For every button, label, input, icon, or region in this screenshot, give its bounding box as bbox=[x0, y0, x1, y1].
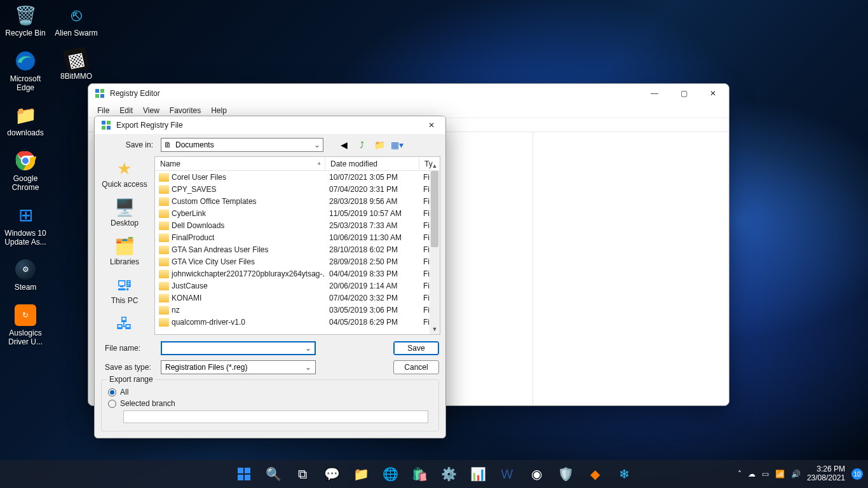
new-folder-button[interactable]: 📁 bbox=[373, 139, 386, 151]
export-range-all[interactable]: All bbox=[108, 388, 432, 396]
file-list-header[interactable]: Name Date modified Ty bbox=[155, 157, 440, 171]
export-registry-dialog[interactable]: Export Registry File ✕ Save in: 🗎 Docume… bbox=[94, 116, 446, 438]
table-row[interactable]: JustCause20/06/2019 1:14 AMFil bbox=[155, 280, 440, 292]
place-libraries[interactable]: 🗂️Libraries bbox=[110, 236, 139, 266]
close-button[interactable]: ✕ bbox=[698, 84, 728, 103]
taskbar-clock[interactable]: 3:26 PM 23/08/2021 bbox=[807, 465, 845, 483]
table-row[interactable]: CyberLink11/05/2019 10:57 AMFil bbox=[155, 207, 440, 219]
table-row[interactable]: Corel User Files10/07/2021 3:05 PMFil bbox=[155, 171, 440, 183]
export-title: Export Registry File bbox=[116, 121, 419, 130]
export-range-legend: Export range bbox=[107, 375, 156, 384]
table-row[interactable]: Dell Downloads25/03/2018 7:33 AMFil bbox=[155, 219, 440, 231]
system-tray[interactable]: ˄ ☁ ▭ 📶 🔊 3:26 PM 23/08/2021 10 bbox=[738, 465, 863, 483]
cancel-button[interactable]: Cancel bbox=[393, 360, 439, 374]
battery-icon[interactable]: ▭ bbox=[762, 470, 769, 478]
regedit-values-pane[interactable] bbox=[533, 132, 729, 405]
back-button[interactable]: ◀ bbox=[337, 139, 350, 151]
table-row[interactable]: GTA San Andreas User Files28/10/2018 6:0… bbox=[155, 243, 440, 255]
cell-name: KONAMI bbox=[155, 294, 325, 302]
view-menu-button[interactable]: ▦▾ bbox=[391, 139, 403, 151]
column-date-modified[interactable]: Date modified bbox=[325, 158, 419, 170]
menu-view[interactable]: View bbox=[138, 105, 165, 116]
cell-name: GTA San Andreas User Files bbox=[155, 245, 325, 254]
table-row[interactable]: Custom Office Templates28/03/2018 9:56 A… bbox=[155, 195, 440, 207]
start-button[interactable] bbox=[232, 462, 256, 486]
desktop-icon-downloads[interactable]: 📁 downloads bbox=[3, 102, 48, 138]
desktop-icon-recycle-bin[interactable]: 🗑️ Recycle Bin bbox=[3, 3, 48, 38]
menu-edit[interactable]: Edit bbox=[114, 105, 138, 116]
taskbar[interactable]: 🔍 ⧉ 💬 📁 🌐 🛍️ ⚙️ 📊 W ◉ 🛡️ ◆ ❄ ˄ ☁ ▭ 📶 🔊 3… bbox=[0, 460, 868, 488]
chat-button[interactable]: 💬 bbox=[320, 462, 344, 486]
security-button[interactable]: 🛡️ bbox=[553, 462, 578, 486]
place-quick-access[interactable]: ★Quick access bbox=[102, 159, 147, 189]
menu-favorites[interactable]: Favorites bbox=[165, 105, 206, 116]
scrollbar[interactable]: ▲ ▼ bbox=[430, 171, 440, 334]
cell-date: 07/04/2020 3:31 PM bbox=[325, 185, 419, 194]
save-button[interactable]: Save bbox=[393, 341, 439, 355]
desktop-icon-chrome[interactable]: Google Chrome bbox=[3, 148, 48, 193]
volume-icon[interactable]: 🔊 bbox=[791, 470, 801, 478]
word-button[interactable]: W bbox=[495, 462, 519, 486]
cell-date: 20/06/2019 1:14 AM bbox=[325, 281, 419, 290]
task-manager-button[interactable]: 📊 bbox=[466, 462, 490, 486]
chrome-button[interactable]: ◉ bbox=[524, 462, 548, 486]
store-button[interactable]: 🛍️ bbox=[407, 462, 431, 486]
wifi-icon[interactable]: 📶 bbox=[775, 470, 785, 478]
file-list-rows[interactable]: Corel User Files10/07/2021 3:05 PMFilCPY… bbox=[155, 171, 440, 334]
chrome-icon bbox=[13, 148, 38, 173]
folder-icon bbox=[159, 185, 169, 194]
notification-badge[interactable]: 10 bbox=[851, 468, 863, 480]
onedrive-icon[interactable]: ☁ bbox=[748, 470, 756, 478]
scroll-down-icon[interactable]: ▼ bbox=[430, 324, 440, 334]
file-name-input[interactable]: ⌄ bbox=[161, 341, 316, 355]
desktop-icon-auslogics[interactable]: ↻ Auslogics Driver U... bbox=[3, 302, 48, 347]
settings-button[interactable]: ⚙️ bbox=[437, 462, 461, 486]
menu-help[interactable]: Help bbox=[206, 105, 232, 116]
table-row[interactable]: qualcomm-driver-v1.004/05/2018 6:29 PMFi… bbox=[155, 316, 440, 328]
desktop-icon: 🖥️ bbox=[114, 198, 135, 217]
tray-overflow-icon[interactable]: ˄ bbox=[738, 470, 742, 478]
desktop-icon-steam[interactable]: ⚙ Steam bbox=[3, 257, 48, 292]
maximize-button[interactable]: ▢ bbox=[669, 84, 698, 103]
save-as-type-combo[interactable]: Registration Files (*.reg) ⌄ bbox=[161, 360, 316, 374]
folder-icon bbox=[159, 306, 169, 315]
file-explorer-button[interactable]: 📁 bbox=[349, 462, 373, 486]
file-list[interactable]: Name Date modified Ty Corel User Files10… bbox=[154, 156, 440, 335]
scroll-up-icon[interactable]: ▲ bbox=[430, 161, 440, 171]
cell-date: 28/09/2018 2:50 PM bbox=[325, 257, 419, 266]
export-titlebar[interactable]: Export Registry File ✕ bbox=[95, 116, 445, 134]
place-desktop[interactable]: 🖥️Desktop bbox=[111, 198, 139, 227]
edge-button[interactable]: 🌐 bbox=[378, 462, 402, 486]
task-view-button[interactable]: ⧉ bbox=[290, 462, 315, 486]
menu-file[interactable]: File bbox=[92, 105, 114, 116]
export-range-selected[interactable]: Selected branch bbox=[108, 399, 432, 408]
table-row[interactable]: johnwickchapter22017720pblurayx264ytsag-… bbox=[155, 268, 440, 280]
regedit-titlebar[interactable]: Registry Editor ― ▢ ✕ bbox=[88, 84, 729, 103]
cell-date: 04/04/2019 8:33 PM bbox=[325, 269, 419, 278]
table-row[interactable]: CPY_SAVES07/04/2020 3:31 PMFil bbox=[155, 183, 440, 195]
place-this-pc[interactable]: 🖳This PC bbox=[111, 275, 139, 305]
save-in-combo[interactable]: 🗎 Documents ⌄ bbox=[161, 138, 323, 152]
desktop-icon-win10-update[interactable]: ⊞ Windows 10 Update As... bbox=[3, 203, 48, 247]
libraries-icon: 🗂️ bbox=[114, 236, 135, 255]
column-name[interactable]: Name bbox=[155, 158, 325, 170]
selected-branch-input[interactable] bbox=[123, 410, 428, 423]
up-one-level-button[interactable]: ⤴ bbox=[355, 139, 368, 151]
desktop-icon-edge[interactable]: Microsoft Edge bbox=[3, 48, 48, 93]
table-row[interactable]: nz03/05/2019 3:06 PMFil bbox=[155, 304, 440, 316]
minimize-button[interactable]: ― bbox=[640, 84, 669, 103]
desktop-icon-alien-swarm[interactable]: ⎋ Alien Swarm bbox=[53, 3, 99, 38]
chevron-down-icon[interactable]: ⌄ bbox=[302, 344, 311, 353]
table-row[interactable]: GTA Vice City User Files28/09/2018 2:50 … bbox=[155, 255, 440, 268]
export-close-button[interactable]: ✕ bbox=[419, 116, 444, 134]
app-button-1[interactable]: ◆ bbox=[583, 462, 607, 486]
cell-date: 04/05/2018 6:29 PM bbox=[325, 318, 419, 327]
file-name-field[interactable] bbox=[165, 344, 302, 353]
app-button-2[interactable]: ❄ bbox=[612, 462, 636, 486]
export-range-group: Export range All Selected branch bbox=[101, 379, 439, 431]
search-button[interactable]: 🔍 bbox=[261, 462, 285, 486]
table-row[interactable]: FinalProduct10/06/2019 11:30 AMFil bbox=[155, 231, 440, 243]
scrollbar-thumb[interactable] bbox=[431, 171, 438, 247]
table-row[interactable]: KONAMI07/04/2020 3:32 PMFil bbox=[155, 292, 440, 304]
cell-date: 03/05/2019 3:06 PM bbox=[325, 306, 419, 315]
